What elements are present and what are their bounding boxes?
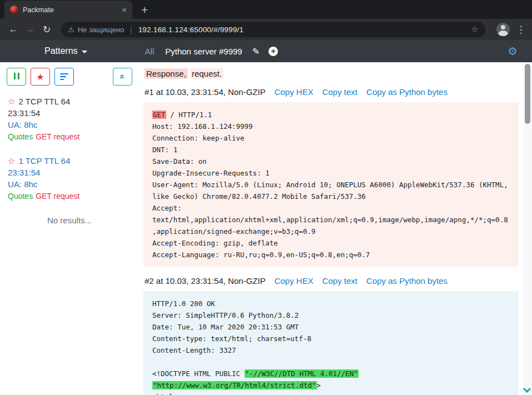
chevron-down-icon [82,51,87,53]
packets-panel: Response, request. #1 at 10.03, 23:31:54… [139,62,523,395]
stream-title: 1 TCP TTL 64 [18,156,70,166]
stream-user-agent-link[interactable]: UA: 8hc [8,119,139,131]
tab-all[interactable]: All [145,47,155,56]
reload-button[interactable]: ↻ [39,24,54,36]
sidebar-toolbar: ★ « [0,68,139,86]
no-results-text: No results... [0,216,139,225]
stream-item[interactable]: ☆1 TCP TTL 64 23:31:54 UA: 8hc QuotesGET… [0,155,139,202]
browser-tab[interactable]: Packmate × [4,1,132,19]
tab-title: Packmate [23,6,117,14]
legend-response: Response, [145,68,188,79]
collapse-sidebar-button[interactable]: « [113,68,132,86]
copy-text-link[interactable]: Copy text [322,276,357,286]
scrollbar[interactable] [523,62,532,395]
security-label[interactable]: Не защищено [78,26,125,34]
tab-strip: Packmate × + [0,0,532,19]
scrollbar-thumb[interactable] [525,64,530,124]
copy-hex-link[interactable]: Copy HEX [275,87,314,97]
back-button[interactable]: ← [6,24,21,35]
stream-tags: QuotesGET request [8,131,139,143]
star-icon: ★ [36,72,44,82]
not-secure-icon[interactable]: ⚠ [68,26,74,34]
legend: Response, request. [145,69,519,78]
tab-python-server[interactable]: Python server #9999 [165,47,242,56]
stream-user-agent-link[interactable]: UA: 8hc [8,178,139,190]
new-tab-button[interactable]: + [141,4,148,16]
double-chevron-up-icon: « [118,74,128,79]
tag-quotes: Quotes [8,132,33,141]
edit-pattern-icon[interactable]: ✎ [252,46,260,57]
omnibox-divider: | [130,26,132,34]
stream-time: 23:31:54 [8,107,139,119]
stream-time: 23:31:54 [8,167,139,178]
url-text[interactable]: 192.168.1.124:65000/#/9999/1 [138,26,244,34]
stream-tags: QuotesGET request [8,190,139,202]
response-packet-body: HTTP/1.0 200 OKServer: SimpleHTTP/0.6 Py… [143,291,519,395]
packet-id: #2 at 10.03, 23:31:54, Non-GZIP [145,276,266,286]
filter-list-button[interactable] [54,68,74,86]
copy-python-bytes-link[interactable]: Copy as Python bytes [366,276,448,286]
settings-icon[interactable]: ⚙ [508,44,518,58]
add-pattern-icon[interactable]: + [269,47,278,56]
tag-get-request: GET request [36,132,79,141]
copy-hex-link[interactable]: Copy HEX [275,276,314,286]
bookmark-star-icon[interactable]: ☆ [471,24,479,34]
tab-close-icon[interactable]: × [122,5,127,14]
copy-text-link[interactable]: Copy text [322,87,357,97]
tag-get-request: GET request [36,192,79,201]
pause-capture-button[interactable] [7,68,26,86]
forward-button[interactable]: → [22,24,38,35]
packet-header-row: #2 at 10.03, 23:31:54, Non-GZIP Copy HEX… [145,276,519,286]
packet-header-row: #1 at 10.03, 23:31:54, Non-GZIP Copy HEX… [145,87,519,97]
stream-title: 2 TCP TTL 64 [18,97,70,106]
filter-lines-icon [60,72,68,82]
packmate-favicon-icon [10,6,18,14]
request-packet-body: GET / HTTP/1.1Host: 192.168.1.124:9999Co… [143,102,519,267]
patterns-dropdown[interactable]: Patterns [44,46,87,56]
address-bar[interactable]: ⚠ Не защищено | 192.168.1.124:65000/#/99… [61,22,485,37]
patterns-label: Patterns [44,46,78,56]
pause-icon [13,73,21,81]
main-layout: ★ « ☆2 TCP TTL 64 23:31:54 UA: 8hc Quote… [0,62,532,395]
browser-menu-icon[interactable]: ⋮ [515,24,526,36]
stream-star-icon[interactable]: ☆ [8,97,15,106]
stream-item[interactable]: ☆2 TCP TTL 64 23:31:54 UA: 8hc QuotesGET… [0,96,139,143]
packet-id: #1 at 10.03, 23:31:54, Non-GZIP [145,87,266,97]
legend-request: request. [190,68,223,79]
tag-quotes: Quotes [8,192,33,201]
profile-avatar[interactable] [496,23,510,36]
streams-sidebar: ★ « ☆2 TCP TTL 64 23:31:54 UA: 8hc Quote… [0,62,139,395]
stream-star-icon[interactable]: ☆ [8,156,15,166]
favorites-filter-button[interactable]: ★ [31,68,50,86]
browser-toolbar: ← → ↻ ⚠ Не защищено | 192.168.1.124:6500… [0,19,532,40]
copy-python-bytes-link[interactable]: Copy as Python bytes [366,87,448,97]
app-header: Patterns All Python server #9999 ✎ + ⚙ [0,40,532,62]
browser-chrome: Packmate × + ← → ↻ ⚠ Не защищено | 192.1… [0,0,532,40]
